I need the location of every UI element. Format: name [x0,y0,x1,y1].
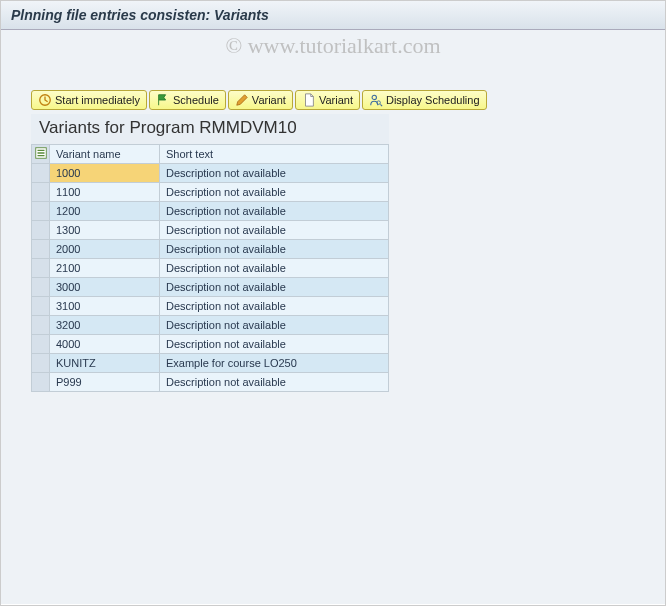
content-area: Start immediately Schedule Variant Varia… [1,30,665,604]
table-row[interactable]: 1000Description not available [32,164,389,183]
clock-icon [38,93,52,107]
short-text-cell: Description not available [160,202,389,221]
window-title-bar: Plnning file entries consisten: Variants [1,1,665,30]
row-selector[interactable] [32,316,50,335]
table-header-row: Variant name Short text [32,145,389,164]
row-selector[interactable] [32,202,50,221]
table-row[interactable]: 1300Description not available [32,221,389,240]
start-immediately-button[interactable]: Start immediately [31,90,147,110]
variant-name-cell[interactable]: 4000 [50,335,160,354]
button-label: Start immediately [55,94,140,106]
schedule-button[interactable]: Schedule [149,90,226,110]
variant-name-cell[interactable]: KUNITZ [50,354,160,373]
list-icon [34,150,48,162]
short-text-cell: Description not available [160,335,389,354]
variant-name-cell[interactable]: 3000 [50,278,160,297]
row-selector[interactable] [32,335,50,354]
table-row[interactable]: KUNITZExample for course LO250 [32,354,389,373]
row-selector[interactable] [32,221,50,240]
row-selector[interactable] [32,297,50,316]
short-text-cell: Description not available [160,316,389,335]
variant-name-cell[interactable]: 1000 [50,164,160,183]
flag-icon [156,93,170,107]
variant-name-cell[interactable]: 3200 [50,316,160,335]
variant-name-cell[interactable]: 1100 [50,183,160,202]
button-label: Variant [319,94,353,106]
row-selector[interactable] [32,259,50,278]
row-selector[interactable] [32,278,50,297]
variant-name-cell[interactable]: 2000 [50,240,160,259]
person-search-icon [369,93,383,107]
table-row[interactable]: 1100Description not available [32,183,389,202]
window-title: Plnning file entries consisten: Variants [11,7,269,23]
table-row[interactable]: 1200Description not available [32,202,389,221]
row-selector[interactable] [32,354,50,373]
variant-name-cell[interactable]: 3100 [50,297,160,316]
button-label: Variant [252,94,286,106]
column-short-text[interactable]: Short text [160,145,389,164]
display-scheduling-button[interactable]: Display Scheduling [362,90,487,110]
variant-new-button[interactable]: Variant [295,90,360,110]
short-text-cell: Description not available [160,183,389,202]
row-selector[interactable] [32,240,50,259]
short-text-cell: Example for course LO250 [160,354,389,373]
column-variant-name[interactable]: Variant name [50,145,160,164]
variant-name-cell[interactable]: 1200 [50,202,160,221]
svg-point-1 [372,95,376,99]
variant-name-cell[interactable]: 1300 [50,221,160,240]
short-text-cell: Description not available [160,221,389,240]
table-row[interactable]: 3100Description not available [32,297,389,316]
toolbar: Start immediately Schedule Variant Varia… [31,90,635,110]
table-row[interactable]: P999Description not available [32,373,389,392]
variant-name-cell[interactable]: P999 [50,373,160,392]
short-text-cell: Description not available [160,278,389,297]
table-row[interactable]: 2100Description not available [32,259,389,278]
short-text-cell: Description not available [160,297,389,316]
table-row[interactable]: 4000Description not available [32,335,389,354]
table-row[interactable]: 3000Description not available [32,278,389,297]
row-selector[interactable] [32,373,50,392]
table-row[interactable]: 3200Description not available [32,316,389,335]
short-text-cell: Description not available [160,259,389,278]
variants-table: Variant name Short text 1000Description … [31,144,389,392]
panel-title: Variants for Program RMMDVM10 [31,114,389,144]
variant-edit-button[interactable]: Variant [228,90,293,110]
row-selector[interactable] [32,183,50,202]
pencil-icon [235,93,249,107]
table-row[interactable]: 2000Description not available [32,240,389,259]
short-text-cell: Description not available [160,164,389,183]
button-label: Schedule [173,94,219,106]
short-text-cell: Description not available [160,373,389,392]
variant-name-cell[interactable]: 2100 [50,259,160,278]
short-text-cell: Description not available [160,240,389,259]
row-selector[interactable] [32,164,50,183]
document-icon [302,93,316,107]
button-label: Display Scheduling [386,94,480,106]
select-all-header[interactable] [32,145,50,164]
